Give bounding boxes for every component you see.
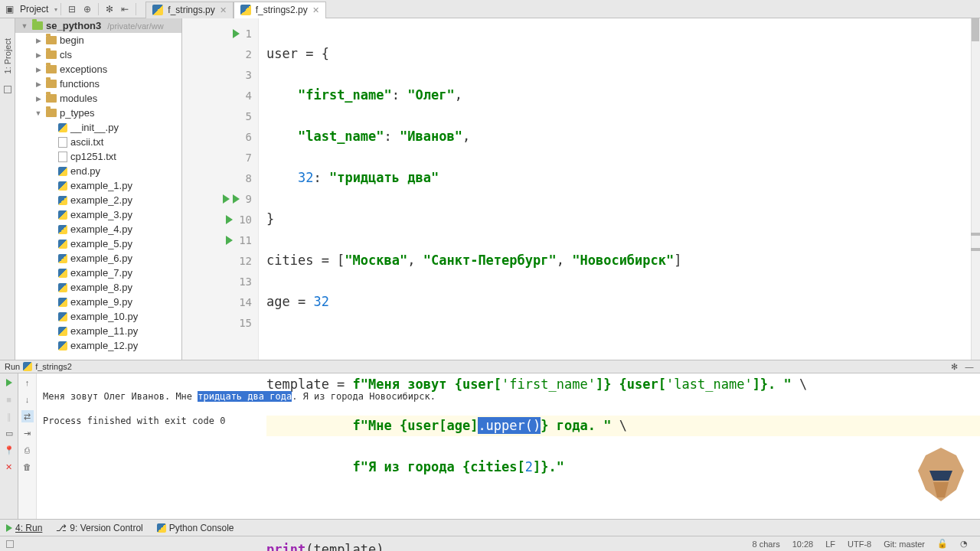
trash-icon[interactable]: 🗑 (21, 461, 34, 473)
tree-file[interactable]: example_8.py (15, 280, 181, 295)
python-console-button[interactable]: Python Console (157, 523, 234, 533)
folder-icon (46, 36, 57, 44)
python-file-icon (58, 254, 67, 263)
python-icon (152, 5, 163, 15)
rerun-icon[interactable] (3, 377, 15, 389)
run-tool-button[interactable]: 4: Run (6, 523, 42, 533)
structure-tool-button[interactable] (4, 86, 11, 93)
vcs-tool-button[interactable]: ⎇ 9: Version Control (56, 523, 142, 533)
run-config-name: f_strings2 (35, 362, 72, 371)
run-gutter-icon[interactable] (233, 29, 240, 38)
console-selection: тридцать два года (198, 391, 292, 402)
tab-f-strings[interactable]: f_strings.py ✕ (145, 2, 233, 18)
tab-f-strings2[interactable]: f_strings2.py ✕ (234, 2, 326, 18)
run-gutter-icon[interactable] (223, 194, 230, 204)
python-icon (157, 523, 166, 533)
folder-icon (46, 65, 57, 73)
tree-file[interactable]: cp1251.txt (15, 149, 181, 164)
project-icon[interactable]: ▣ (3, 3, 15, 15)
text-file-icon (58, 152, 67, 162)
editor-tabs: f_strings.py ✕ f_strings2.py ✕ (145, 1, 325, 18)
status-indicator-icon[interactable] (6, 540, 14, 548)
hide-icon[interactable]: ⇤ (119, 3, 131, 15)
code-text[interactable]: user = { "first_name": "Олег", "last_nam… (259, 18, 980, 360)
project-dropdown[interactable]: Project (18, 4, 56, 15)
tree-folder[interactable]: ▶cls (15, 47, 181, 62)
up-icon[interactable]: ↑ (21, 377, 34, 389)
python-file-icon (58, 312, 67, 321)
left-tool-strip: 1: Project (0, 18, 15, 360)
python-file-icon (58, 210, 67, 220)
exit-message: Process finished with exit code 0 (43, 416, 225, 426)
python-file-icon (58, 225, 67, 234)
gutter: 1 2 3 4 5 6 7 8 9 10 11 12 13 14 15 (182, 18, 259, 360)
settings-icon[interactable]: ✻ (103, 3, 116, 15)
run-tool-window: ■ ‖ ▭ 📍 ✕ ↑ ↓ ⇄ ⇥ ⎙ 🗑 Меня зовут Олег Ив… (0, 373, 980, 519)
tree-file[interactable]: example_4.py (15, 222, 181, 236)
tree-file[interactable]: end.py (15, 164, 181, 178)
run-toolbar-left2: ↑ ↓ ⇄ ⇥ ⎙ 🗑 (18, 373, 37, 519)
tree-folder[interactable]: ▶modules (15, 91, 181, 106)
text-file-icon (58, 137, 67, 148)
python-file-icon (58, 240, 67, 249)
tree-file[interactable]: ascii.txt (15, 135, 181, 149)
python-file-icon (58, 341, 67, 350)
tree-file[interactable]: example_2.py (15, 193, 181, 207)
project-tool-button[interactable]: 1: Project (3, 38, 12, 73)
soft-wrap-icon[interactable]: ⇄ (21, 410, 34, 422)
project-tree[interactable]: ▼ se_python3 /private/var/ww ▶begin▶cls▶… (15, 18, 182, 360)
close-icon[interactable]: ✕ (220, 5, 227, 15)
tab-label: f_strings2.py (256, 5, 308, 15)
tree-file[interactable]: example_7.py (15, 266, 181, 280)
folder-icon (46, 51, 57, 59)
python-file-icon (58, 123, 67, 132)
tree-folder[interactable]: ▼p_types (15, 106, 181, 120)
tree-file[interactable]: example_11.py (15, 324, 181, 338)
close-icon[interactable]: ✕ (3, 461, 15, 473)
tree-file[interactable]: example_6.py (15, 251, 181, 266)
tree-folder[interactable]: ▶exceptions (15, 62, 181, 77)
print-icon[interactable]: ⎙ (21, 444, 34, 456)
tree-file[interactable]: example_3.py (15, 207, 181, 222)
tree-file[interactable]: example_12.py (15, 338, 181, 353)
avatar-image (910, 444, 972, 513)
run-gutter-icon[interactable] (226, 215, 233, 224)
run-gutter-icon[interactable] (226, 236, 233, 245)
tree-root[interactable]: ▼ se_python3 /private/var/ww (15, 18, 181, 33)
expand-icon[interactable]: ⊕ (81, 3, 93, 15)
root-name: se_python3 (46, 20, 101, 31)
folder-icon (46, 109, 57, 117)
play-icon (6, 524, 12, 532)
close-icon[interactable]: ✕ (312, 5, 319, 15)
code-editor[interactable]: 1 2 3 4 5 6 7 8 9 10 11 12 13 14 15 user… (182, 18, 980, 360)
pause-icon[interactable]: ‖ (3, 410, 15, 422)
python-file-icon (58, 327, 67, 336)
editor-scrollbar[interactable] (971, 18, 980, 360)
vcs-icon: ⎇ (56, 523, 67, 533)
run-label: Run (5, 362, 20, 371)
python-icon (240, 5, 251, 15)
tree-folder[interactable]: ▶functions (15, 77, 181, 91)
python-file-icon (58, 269, 67, 278)
tree-file[interactable]: example_1.py (15, 178, 181, 193)
tab-label: f_strings.py (168, 5, 214, 15)
tree-folder[interactable]: ▶begin (15, 33, 181, 47)
python-file-icon (58, 298, 67, 307)
module-folder-icon (32, 21, 43, 30)
stop-icon[interactable]: ■ (3, 393, 15, 406)
run-gutter-icon[interactable] (233, 194, 240, 204)
python-file-icon (58, 283, 67, 292)
collapse-icon[interactable]: ⊟ (66, 3, 78, 15)
root-path: /private/var/ww (107, 21, 163, 31)
folder-icon (46, 94, 57, 103)
python-file-icon (58, 196, 67, 205)
tree-file[interactable]: example_9.py (15, 295, 181, 309)
scroll-icon[interactable]: ⇥ (21, 427, 34, 439)
pin-icon[interactable]: 📍 (3, 444, 15, 456)
tree-file[interactable]: example_10.py (15, 309, 181, 324)
layout-icon[interactable]: ▭ (3, 427, 15, 439)
down-icon[interactable]: ↓ (21, 393, 34, 406)
console-output[interactable]: Меня зовут Олег Иванов. Мне тридцать два… (37, 373, 980, 519)
tree-file[interactable]: __init__.py (15, 120, 181, 135)
tree-file[interactable]: example_5.py (15, 236, 181, 251)
